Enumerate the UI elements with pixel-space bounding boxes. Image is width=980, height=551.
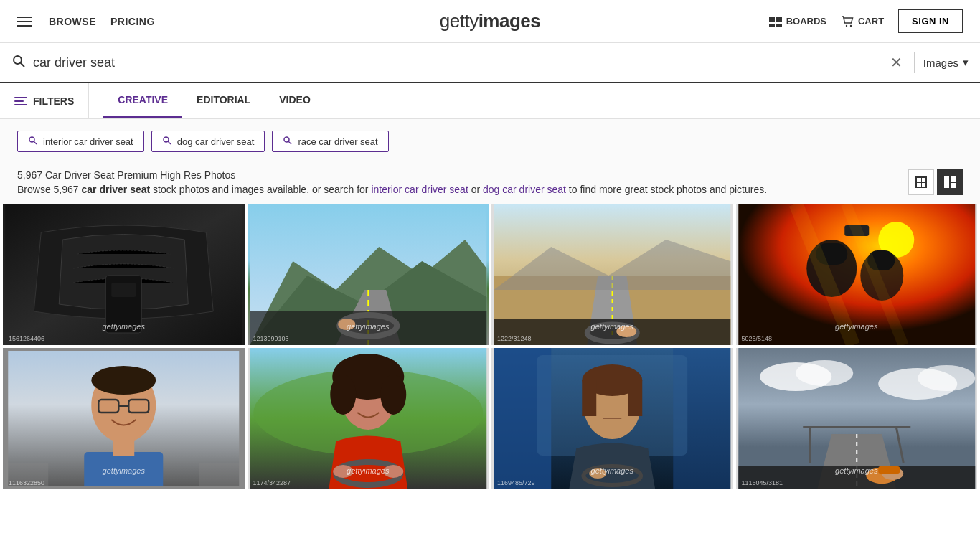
tab-creative-label: CREATIVE [118, 94, 168, 105]
cart-link[interactable]: CART [841, 16, 884, 27]
image-id-7: 1169485/729 [497, 479, 535, 486]
svg-rect-89 [878, 466, 900, 474]
watermark-2: gettyimages [347, 322, 389, 331]
grid-view-button[interactable] [908, 169, 934, 195]
watermark-7: gettyimages [591, 466, 633, 475]
grid-icon [915, 176, 927, 188]
search-icon [11, 54, 26, 72]
image-id-1: 1561264406 [9, 335, 44, 342]
mosaic-icon [944, 176, 956, 188]
image-card-5[interactable]: gettyimages 1116322850 [3, 348, 245, 489]
svg-rect-3 [776, 24, 782, 27]
svg-line-7 [21, 62, 25, 67]
image-row-2: gettyimages 1116322850 [0, 348, 980, 489]
header: BROWSE PRICING gettyimages BOARDS CART S… [0, 0, 980, 43]
watermark-6: gettyimages [347, 466, 389, 475]
pricing-link[interactable]: PRICING [110, 16, 155, 27]
results-desc-prefix: Browse 5,967 [17, 184, 82, 195]
results-desc-or: or [468, 184, 483, 195]
tab-creative[interactable]: CREATIVE [103, 83, 182, 118]
suggestions-bar: interior car driver seat dog car driver … [0, 119, 980, 164]
results-count-number: 5,967 [17, 169, 42, 181]
image-type-label: Images [923, 57, 958, 69]
image-card-7[interactable]: gettyimages 1169485/729 [491, 348, 733, 489]
watermark-4: gettyimages [835, 322, 877, 331]
image-card-1[interactable]: gettyimages 1561264406 [3, 204, 245, 345]
image-id-4: 5025/5148 [742, 335, 773, 342]
clear-button[interactable]: ✕ [890, 54, 903, 71]
suggestion-race[interactable]: race car driver seat [272, 131, 388, 152]
svg-rect-2 [769, 24, 775, 27]
search-icon [162, 136, 171, 147]
svg-point-12 [284, 137, 289, 142]
image-id-2: 1213999103 [253, 335, 289, 342]
boards-link[interactable]: BOARDS [769, 16, 826, 27]
image-card-3[interactable]: gettyimages 1222/31248 [491, 204, 733, 345]
svg-rect-55 [199, 463, 242, 489]
mosaic-view-button[interactable] [937, 169, 963, 195]
svg-rect-19 [111, 283, 136, 297]
svg-point-6 [14, 56, 22, 64]
svg-point-10 [164, 137, 169, 142]
results-desc-middle: stock photos and images available, or se… [150, 184, 371, 195]
image-id-3: 1222/31248 [497, 335, 532, 342]
svg-point-5 [850, 24, 852, 26]
watermark-3: gettyimages [591, 322, 633, 331]
watermark-8: gettyimages [835, 466, 877, 475]
hamburger-menu[interactable] [17, 17, 32, 27]
svg-rect-71 [582, 380, 596, 416]
search-input[interactable] [33, 55, 890, 70]
svg-point-8 [29, 137, 34, 142]
image-row-1: gettyimages 1561264406 [0, 204, 980, 345]
sign-in-button[interactable]: SIGN IN [898, 9, 963, 33]
svg-rect-14 [944, 176, 949, 188]
svg-point-61 [380, 375, 406, 415]
tab-video-label: VIDEO [279, 94, 311, 105]
logo-bold: images [479, 10, 541, 32]
filters-label: FILTERS [33, 95, 74, 107]
tab-editorial-label: EDITORIAL [197, 94, 250, 105]
svg-line-9 [34, 141, 37, 144]
watermark-1: gettyimages [103, 322, 145, 331]
tab-editorial[interactable]: EDITORIAL [182, 83, 265, 118]
svg-point-4 [846, 24, 847, 26]
logo[interactable]: gettyimages [440, 10, 540, 32]
svg-line-11 [168, 141, 171, 144]
boards-icon [769, 17, 782, 27]
header-nav: BROWSE PRICING [49, 16, 155, 27]
image-card-8[interactable]: gettyimages 1116045/3181 [736, 348, 978, 489]
search-icon [283, 136, 292, 147]
results-description: Browse 5,967 car driver seat stock photo… [17, 184, 908, 195]
svg-rect-16 [951, 183, 956, 188]
image-card-4[interactable]: gettyimages 5025/5148 [736, 204, 978, 345]
filters-button[interactable]: FILTERS [14, 83, 89, 118]
svg-line-13 [288, 141, 291, 144]
svg-point-60 [330, 375, 356, 415]
results-text-block: 5,967 Car Driver Seat Premium High Res P… [17, 169, 908, 195]
view-toggle [908, 169, 963, 195]
results-link-dog[interactable]: dog car driver seat [483, 184, 566, 195]
tab-video[interactable]: VIDEO [265, 83, 325, 118]
logo-light: getty [440, 10, 479, 32]
image-type-dropdown[interactable]: Images ▾ [923, 56, 969, 69]
image-id-5: 1116322850 [9, 479, 44, 486]
search-bar: ✕ Images ▾ [0, 43, 980, 83]
header-left: BROWSE PRICING [17, 16, 155, 27]
image-id-6: 1174/342287 [253, 479, 291, 486]
svg-point-80 [918, 365, 975, 391]
results-link-interior[interactable]: interior car driver seat [371, 184, 468, 195]
suggestion-dog[interactable]: dog car driver seat [151, 131, 265, 152]
suggestion-interior[interactable]: interior car driver seat [17, 131, 144, 152]
header-right: BOARDS CART SIGN IN [769, 9, 963, 33]
image-card-2[interactable]: gettyimages 1213999103 [248, 204, 489, 345]
results-desc-suffix: to find more great stock photos and pict… [566, 184, 767, 195]
svg-rect-72 [628, 380, 642, 416]
filter-icon [14, 96, 27, 106]
search-icon [28, 136, 37, 147]
svg-rect-0 [769, 17, 775, 22]
image-card-6[interactable]: gettyimages 1174/342287 [248, 348, 489, 489]
browse-link[interactable]: BROWSE [49, 16, 96, 27]
svg-point-47 [91, 366, 156, 395]
cart-icon [841, 16, 854, 27]
results-header: 5,967 Car Driver Seat Premium High Res P… [0, 164, 980, 204]
